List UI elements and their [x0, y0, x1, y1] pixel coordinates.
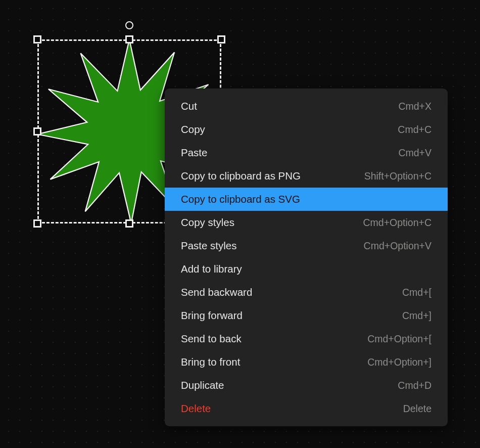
menu-item-shortcut: Delete — [403, 403, 431, 415]
menu-item-paste-styles[interactable]: Paste styles Cmd+Option+V — [165, 234, 448, 257]
menu-item-paste[interactable]: Paste Cmd+V — [165, 141, 448, 164]
menu-item-copy-png[interactable]: Copy to clipboard as PNG Shift+Option+C — [165, 164, 448, 188]
menu-item-shortcut: Cmd+V — [398, 147, 431, 159]
menu-item-shortcut: Cmd+[ — [402, 287, 431, 298]
menu-item-label: Cut — [181, 100, 197, 112]
menu-item-shortcut: Cmd+] — [402, 310, 431, 322]
menu-item-copy-styles[interactable]: Copy styles Cmd+Option+C — [165, 211, 448, 234]
menu-item-bring-to-front[interactable]: Bring to front Cmd+Option+] — [165, 350, 448, 374]
resize-handle-bottom-left[interactable] — [33, 219, 41, 228]
menu-item-label: Send to back — [181, 333, 242, 345]
resize-handle-middle-left[interactable] — [33, 127, 41, 136]
menu-item-label: Bring forward — [181, 309, 243, 322]
menu-item-copy-svg[interactable]: Copy to clipboard as SVG — [165, 188, 448, 211]
menu-item-shortcut: Shift+Option+C — [364, 170, 431, 182]
rotate-handle[interactable] — [125, 21, 133, 29]
menu-item-label: Add to library — [181, 263, 242, 275]
menu-item-label: Copy to clipboard as SVG — [181, 193, 300, 205]
menu-item-label: Copy — [181, 123, 205, 136]
menu-item-delete[interactable]: Delete Delete — [165, 397, 448, 420]
menu-item-shortcut: Cmd+Option+] — [367, 356, 431, 368]
menu-item-send-backward[interactable]: Send backward Cmd+[ — [165, 281, 448, 304]
menu-item-send-to-back[interactable]: Send to back Cmd+Option+[ — [165, 327, 448, 350]
menu-item-duplicate[interactable]: Duplicate Cmd+D — [165, 374, 448, 397]
resize-handle-top-right[interactable] — [217, 35, 225, 43]
resize-handle-top-left[interactable] — [33, 35, 41, 43]
menu-item-copy[interactable]: Copy Cmd+C — [165, 118, 448, 141]
menu-item-shortcut: Cmd+Option+V — [364, 240, 431, 252]
menu-item-label: Paste — [181, 147, 207, 159]
menu-item-bring-forward[interactable]: Bring forward Cmd+] — [165, 304, 448, 327]
menu-item-shortcut: Cmd+Option+C — [363, 217, 431, 229]
menu-item-cut[interactable]: Cut Cmd+X — [165, 95, 448, 118]
menu-item-shortcut: Cmd+X — [398, 101, 431, 112]
menu-item-label: Send backward — [181, 286, 252, 298]
menu-item-shortcut: Cmd+D — [398, 380, 431, 391]
resize-handle-top-middle[interactable] — [125, 35, 133, 43]
menu-item-label: Duplicate — [181, 379, 224, 391]
context-menu: Cut Cmd+X Copy Cmd+C Paste Cmd+V Copy to… — [165, 88, 448, 426]
menu-item-add-to-library[interactable]: Add to library — [165, 257, 448, 281]
menu-item-label: Copy styles — [181, 216, 234, 229]
menu-item-label: Copy to clipboard as PNG — [181, 170, 301, 182]
menu-item-label: Bring to front — [181, 356, 240, 368]
menu-item-shortcut: Cmd+Option+[ — [367, 333, 431, 345]
menu-item-shortcut: Cmd+C — [398, 124, 431, 136]
menu-item-label: Delete — [181, 402, 211, 415]
menu-item-label: Paste styles — [181, 240, 237, 252]
resize-handle-bottom-middle[interactable] — [125, 219, 133, 228]
